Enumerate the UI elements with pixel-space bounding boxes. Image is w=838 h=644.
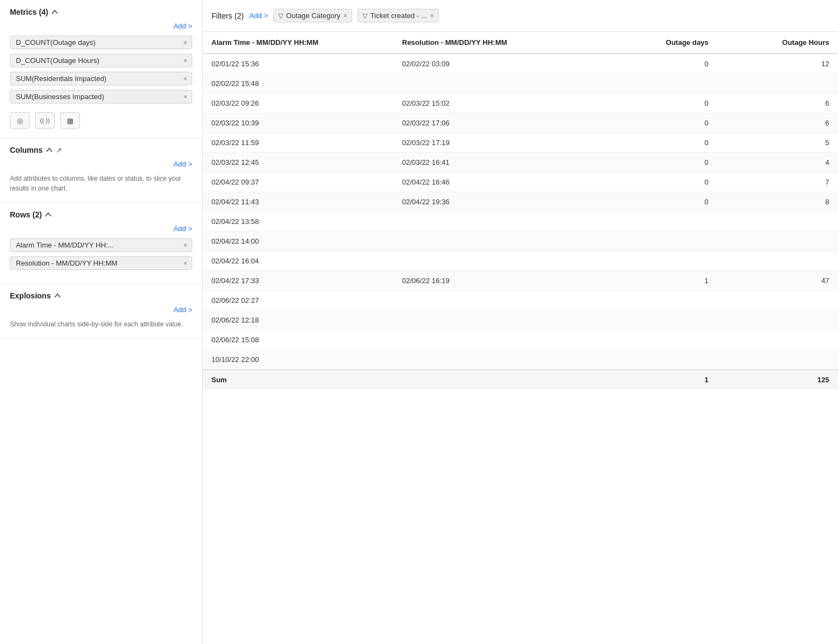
- metric-chip-1-remove[interactable]: ×: [183, 56, 187, 65]
- cell-alarm-9: 02/04/22 14:00: [203, 232, 393, 251]
- metric-chip-1[interactable]: D_COUNT(Outage Hours) ×: [10, 54, 192, 67]
- filter-chip-0[interactable]: ▽ Outage Category ×: [273, 9, 352, 22]
- metrics-title: Metrics (4): [10, 8, 58, 16]
- metric-chip-0[interactable]: D_COUNT(Outage days) ×: [10, 36, 192, 49]
- table-row: 02/04/22 17:3302/06/22 16:19147: [203, 271, 838, 291]
- data-table: Alarm Time - MM/DD/YY HH:MM Resolution -…: [203, 32, 838, 389]
- cell-outage-hours-7: 8: [718, 192, 838, 212]
- cell-outage-hours-11: 47: [718, 271, 838, 291]
- footer-empty: [393, 370, 596, 389]
- cell-alarm-5: 02/03/22 12:45: [203, 153, 393, 173]
- row-chip-1[interactable]: Resolution - MM/DD/YY HH:MM ×: [10, 256, 192, 270]
- cell-outage-hours-1: [718, 74, 838, 94]
- cell-resolution-13: [393, 311, 596, 330]
- explosions-add-link[interactable]: Add >: [174, 306, 192, 314]
- col-alarm-time: Alarm Time - MM/DD/YY HH:MM: [203, 32, 393, 54]
- cell-outage-days-5: 0: [596, 153, 717, 173]
- cell-outage-days-10: [596, 251, 717, 271]
- cell-resolution-8: [393, 212, 596, 232]
- cell-resolution-5: 02/03/22 16:41: [393, 153, 596, 173]
- filters-bar: Filters (2) Add > ▽ Outage Category × ▽ …: [203, 0, 838, 32]
- radio-icon[interactable]: ((·)): [35, 112, 55, 129]
- columns-hint: Add attributes to columns, like dates or…: [10, 174, 192, 193]
- cell-resolution-11: 02/06/22 16:19: [393, 271, 596, 291]
- cell-resolution-14: [393, 330, 596, 350]
- cell-resolution-15: [393, 350, 596, 370]
- cell-outage-hours-0: 12: [718, 54, 838, 74]
- table-footer-row: Sum 1 125: [203, 370, 838, 389]
- metrics-add-link[interactable]: Add >: [174, 22, 192, 30]
- droplet-icon[interactable]: ◎: [10, 112, 30, 129]
- grid-icon[interactable]: ▦: [60, 112, 80, 129]
- cell-alarm-8: 02/04/22 13:58: [203, 212, 393, 232]
- cell-resolution-0: 02/02/22 03:09: [393, 54, 596, 74]
- filters-label: Filters (2): [211, 12, 244, 20]
- table-header-row: Alarm Time - MM/DD/YY HH:MM Resolution -…: [203, 32, 838, 54]
- cell-alarm-7: 02/04/22 11:43: [203, 192, 393, 212]
- cell-resolution-4: 02/03/22 17:19: [393, 133, 596, 153]
- col-outage-hours: Outage Hours: [718, 32, 838, 54]
- table-row: 02/04/22 11:4302/04/22 19:3608: [203, 192, 838, 212]
- app-container: Metrics (4) Add > D_COUNT(Outage days) ×…: [0, 0, 838, 644]
- table-row: 02/04/22 14:00: [203, 232, 838, 251]
- table-row: 02/06/22 15:08: [203, 330, 838, 350]
- explosions-hint: Show individual charts side-by-side for …: [10, 319, 192, 329]
- table-row: 02/03/22 12:4502/03/22 16:4104: [203, 153, 838, 173]
- filter-0-label: Outage Category: [286, 12, 340, 20]
- explosions-chevron-icon: [54, 292, 61, 299]
- cell-outage-days-2: 0: [596, 94, 717, 113]
- row-chip-0-remove[interactable]: ×: [183, 241, 187, 249]
- cell-outage-hours-13: [718, 311, 838, 330]
- cell-resolution-9: [393, 232, 596, 251]
- cell-resolution-7: 02/04/22 19:36: [393, 192, 596, 212]
- cell-outage-days-8: [596, 212, 717, 232]
- cell-alarm-10: 02/04/22 16:04: [203, 251, 393, 271]
- footer-outage-hours-sum: 125: [718, 370, 838, 389]
- table-row: 10/10/22 22:00: [203, 350, 838, 370]
- explosions-title: Explosions: [10, 291, 61, 300]
- row-chip-1-remove[interactable]: ×: [183, 259, 187, 267]
- metric-chip-0-remove[interactable]: ×: [183, 38, 187, 47]
- cell-outage-days-15: [596, 350, 717, 370]
- metric-chip-2[interactable]: SUM(Residentials Impacted) ×: [10, 72, 192, 85]
- cell-outage-hours-14: [718, 330, 838, 350]
- metrics-chips: D_COUNT(Outage days) × D_COUNT(Outage Ho…: [10, 36, 192, 108]
- cell-alarm-13: 02/06/22 12:18: [203, 311, 393, 330]
- rows-chips: Alarm Time - MM/DD/YY HH:... × Resolutio…: [10, 238, 192, 274]
- rows-add-link[interactable]: Add >: [174, 225, 192, 233]
- filter-1-label: Ticket created - ...: [370, 12, 427, 20]
- cell-alarm-0: 02/01/22 15:36: [203, 54, 393, 74]
- table-wrapper: Alarm Time - MM/DD/YY HH:MM Resolution -…: [203, 32, 838, 644]
- metric-chip-3[interactable]: SUM(Businesses Impacted) ×: [10, 90, 192, 104]
- footer-outage-days-sum: 1: [596, 370, 717, 389]
- metric-chip-3-remove[interactable]: ×: [183, 93, 187, 101]
- filter-chip-1[interactable]: ▽ Ticket created - ... ×: [358, 9, 439, 22]
- cell-outage-hours-2: 6: [718, 94, 838, 113]
- cell-outage-hours-6: 7: [718, 173, 838, 192]
- table-row: 02/01/22 15:3602/02/22 03:09012: [203, 54, 838, 74]
- cell-alarm-11: 02/04/22 17:33: [203, 271, 393, 291]
- filters-add-link[interactable]: Add >: [249, 12, 268, 20]
- table-row: 02/04/22 16:04: [203, 251, 838, 271]
- main-content: Filters (2) Add > ▽ Outage Category × ▽ …: [203, 0, 838, 644]
- rows-section: Rows (2) Add > Alarm Time - MM/DD/YY HH:…: [0, 203, 202, 284]
- cell-outage-hours-3: 6: [718, 113, 838, 133]
- filter-1-remove[interactable]: ×: [430, 12, 434, 20]
- cell-alarm-3: 02/03/22 10:39: [203, 113, 393, 133]
- cell-outage-days-0: 0: [596, 54, 717, 74]
- cell-outage-hours-4: 5: [718, 133, 838, 153]
- columns-title: Columns ↗: [10, 146, 62, 154]
- metric-chip-2-remove[interactable]: ×: [183, 74, 187, 83]
- row-chip-0[interactable]: Alarm Time - MM/DD/YY HH:... ×: [10, 238, 192, 252]
- cell-resolution-12: [393, 291, 596, 311]
- columns-add-link[interactable]: Add >: [174, 160, 192, 168]
- table-row: 02/06/22 12:18: [203, 311, 838, 330]
- cell-alarm-12: 02/06/22 02:27: [203, 291, 393, 311]
- cell-outage-hours-9: [718, 232, 838, 251]
- filter-0-remove[interactable]: ×: [343, 12, 347, 20]
- table-row: 02/06/22 02:27: [203, 291, 838, 311]
- col-outage-days: Outage days: [596, 32, 717, 54]
- cell-outage-days-14: [596, 330, 717, 350]
- table-row: 02/03/22 09:2602/03/22 15:0206: [203, 94, 838, 113]
- explosions-section: Explosions Add > Show individual charts …: [0, 284, 202, 338]
